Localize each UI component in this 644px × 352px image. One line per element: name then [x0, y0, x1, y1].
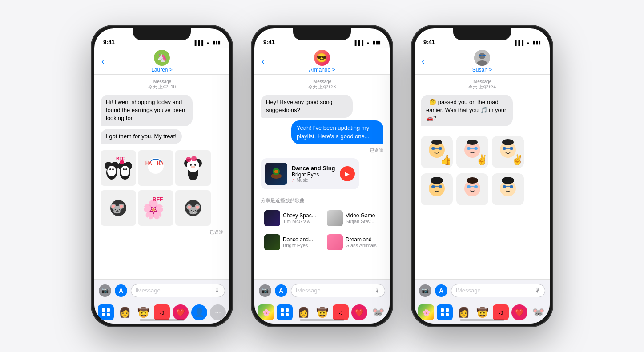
tray-sticker-3[interactable]: 🤠 — [474, 304, 490, 320]
tray-more-1[interactable]: ··· — [210, 304, 226, 320]
signal-icon-1: ▐▐▐ — [193, 40, 203, 45]
wifi-icon-2: ▲ — [366, 40, 370, 45]
tray-heart-3[interactable]: ❤️ — [511, 304, 527, 320]
recent-songs-section: 分享最近播放的歌曲 Chevy Spac... Tim McGraw — [261, 197, 383, 253]
svg-text:HA: HA — [157, 161, 163, 166]
status-icons-3: ▐▐▐ ▲ ▮▮▮ — [513, 40, 541, 45]
nav-bar-3: ‹ Susan > — [415, 48, 550, 75]
svg-rect-78 — [467, 185, 471, 188]
notch-1 — [133, 28, 191, 40]
nav-bar-1: ‹ 🦄 Lauren > — [94, 48, 229, 75]
nav-bar-2: ‹ 😎 Armando > — [254, 48, 390, 75]
home-indicator-1 — [140, 319, 184, 321]
wifi-icon-1: ▲ — [205, 40, 210, 45]
signal-icon-3: ▐▐▐ — [513, 40, 523, 45]
song-artist-2: Sufjan Stev... — [346, 219, 375, 224]
tray-apps-3[interactable] — [437, 304, 453, 320]
imessage-input-3[interactable]: iMessage 🎙 — [451, 284, 545, 297]
camera-icon-2[interactable]: 📷 — [259, 284, 271, 297]
tray-music-3[interactable]: ♫ — [493, 304, 509, 320]
svg-rect-43 — [286, 308, 289, 312]
svg-rect-83 — [503, 185, 506, 188]
memoji-1: 👍 — [421, 136, 453, 168]
song-artist-4: Glass Animals — [346, 243, 377, 248]
music-play-2[interactable]: ▶ — [340, 166, 355, 181]
back-button-1[interactable]: ‹ — [101, 56, 105, 66]
apps-icon-2[interactable]: A — [275, 284, 287, 297]
svg-point-23 — [190, 164, 192, 166]
svg-rect-35 — [107, 308, 110, 312]
svg-rect-36 — [102, 313, 105, 316]
svg-rect-55 — [431, 147, 435, 150]
contact-name-1[interactable]: Lauren > — [151, 67, 173, 73]
sticker-2: HA HA — [138, 150, 173, 186]
apps-icon-3[interactable]: A — [435, 284, 447, 297]
delivered-2: 已送達 — [261, 148, 383, 154]
svg-point-72 — [431, 177, 443, 184]
tray-heart-1[interactable]: ❤️ — [173, 304, 189, 320]
music-service-2: ♫ Music — [292, 178, 335, 183]
home-indicator-3 — [460, 319, 504, 321]
phones-container: 9:41 ▐▐▐ ▲ ▮▮▮ ‹ 🦄 Lauren > iMessage — [0, 0, 644, 352]
mic-icon-3[interactable]: 🎙 — [535, 287, 540, 294]
song-artist-1: Tim McGraw — [283, 219, 316, 224]
svg-rect-61 — [467, 147, 471, 150]
tray-heart-2[interactable]: ❤️ — [351, 304, 367, 320]
contact-name-3[interactable]: Susan > — [472, 67, 492, 73]
tray-person-1[interactable]: 👤 — [191, 304, 207, 320]
svg-point-41 — [274, 170, 278, 173]
music-artwork-2 — [265, 163, 287, 185]
recent-songs-label: 分享最近播放的歌曲 — [261, 197, 383, 204]
tray-memoji-2[interactable]: 👩 — [295, 304, 311, 320]
svg-text:🐭: 🐭 — [185, 202, 201, 216]
song-title-4: Dreamland — [346, 236, 377, 243]
message-area-1: iMessage 今天 上午9:10 Hi! I went shopping t… — [94, 75, 229, 279]
tray-apps-2[interactable] — [277, 304, 293, 320]
song-info-1: Chevy Spac... Tim McGraw — [283, 212, 316, 224]
tray-mickey-2[interactable]: 🐭 — [370, 304, 386, 320]
input-bar-3: 📷 A iMessage 🎙 — [415, 279, 550, 301]
memoji-4 — [421, 173, 453, 205]
svg-text:👍: 👍 — [440, 154, 450, 165]
back-button-3[interactable]: ‹ — [422, 56, 425, 66]
tray-music-1[interactable]: ♫ — [154, 304, 170, 320]
imessage-input-1[interactable]: iMessage 🎙 — [131, 284, 225, 297]
back-button-2[interactable]: ‹ — [262, 56, 265, 66]
imessage-input-2[interactable]: iMessage 🎙 — [291, 284, 385, 297]
music-card-2[interactable]: Dance and Sing Bright Eyes ♫ Music ▶ — [261, 158, 359, 189]
contact-name-2[interactable]: Armando > — [309, 67, 335, 73]
contact-header-3[interactable]: Susan > — [472, 50, 492, 73]
memoji-6 — [492, 173, 524, 205]
svg-rect-42 — [281, 308, 284, 312]
svg-point-54 — [431, 140, 442, 145]
song-item-2[interactable]: Video Game Sufjan Stev... — [323, 208, 383, 229]
tray-sticker-1[interactable]: 🤠 — [135, 304, 151, 320]
song-item-4[interactable]: Dreamland Glass Animals — [323, 232, 383, 253]
song-art-4 — [327, 234, 343, 250]
tray-memoji-1[interactable]: 👩 — [117, 304, 133, 320]
mic-icon-2[interactable]: 🎙 — [374, 287, 380, 294]
svg-point-3 — [107, 166, 116, 176]
tray-photos-3[interactable]: 🌸 — [418, 304, 434, 320]
contact-header-1[interactable]: 🦄 Lauren > — [151, 50, 173, 73]
tray-photos-2[interactable]: 🌸 — [258, 304, 274, 320]
camera-icon-1[interactable]: 📷 — [99, 284, 111, 297]
status-icons-1: ▐▐▐ ▲ ▮▮▮ — [193, 40, 221, 45]
tray-apps-1[interactable] — [98, 304, 114, 320]
mic-icon-1[interactable]: 🎙 — [214, 287, 220, 294]
contact-header-2[interactable]: 😎 Armando > — [309, 50, 335, 73]
song-item-3[interactable]: Dance and... Bright Eyes — [261, 232, 321, 253]
signal-icon-2: ▐▐▐ — [353, 40, 363, 45]
apps-icon-1[interactable]: A — [115, 284, 127, 297]
tray-mickey-3[interactable]: 🐭 — [530, 304, 546, 320]
camera-icon-3[interactable]: 📷 — [419, 284, 431, 297]
tray-music-2[interactable]: ♫ — [333, 304, 349, 320]
svg-point-82 — [502, 177, 514, 184]
tray-sticker-2[interactable]: 🤠 — [314, 304, 330, 320]
battery-icon-1: ▮▮▮ — [213, 40, 221, 45]
song-art-1 — [264, 210, 280, 226]
song-item-1[interactable]: Chevy Spac... Tim McGraw — [261, 208, 321, 229]
tray-memoji-3[interactable]: 👩 — [455, 304, 471, 320]
bubble-received-1a: Hi! I went shopping today and found the … — [101, 95, 193, 126]
svg-point-60 — [467, 140, 478, 145]
